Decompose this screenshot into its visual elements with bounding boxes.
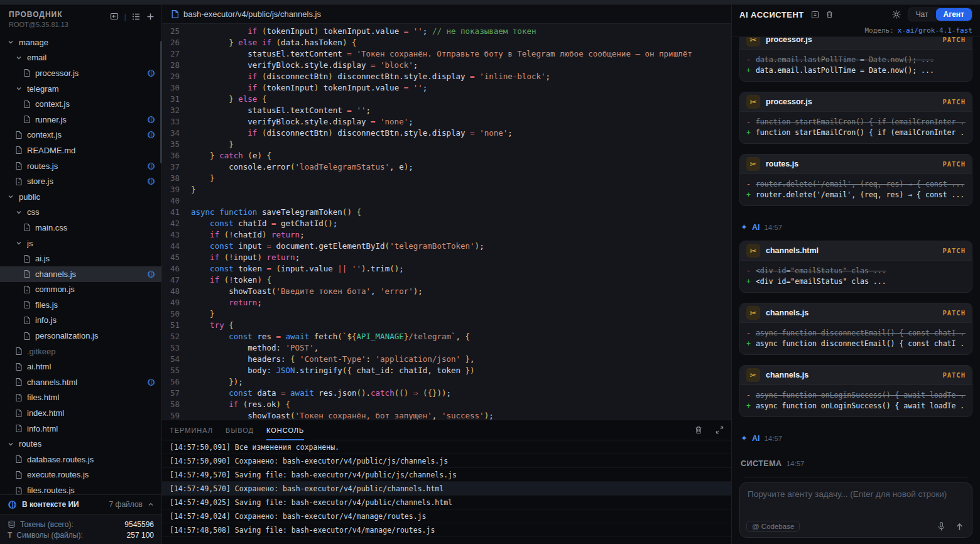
- tree-file-processor.js[interactable]: processor.js: [0, 65, 161, 81]
- code-line[interactable]: 32 statusEl.textContent = '';: [162, 105, 731, 116]
- code-line[interactable]: 38 }: [162, 173, 731, 184]
- tree-file-ai.html[interactable]: ai.html: [0, 359, 161, 374]
- tree-file-.gitkeep[interactable]: .gitkeep: [0, 344, 161, 359]
- tree-file-index.html[interactable]: index.html: [0, 405, 161, 421]
- patch-card-channels.js[interactable]: ✂channels.jsPATCH-async function onLogin…: [739, 365, 972, 417]
- console-line[interactable]: [14:57:49,570] Сохранено: bash-executor/…: [162, 482, 731, 496]
- tree-file-runner.js[interactable]: runner.js: [0, 112, 161, 128]
- microphone-icon[interactable]: [937, 521, 946, 531]
- expand-panel-icon[interactable]: [716, 426, 724, 434]
- code-line[interactable]: 36 } catch (e) {: [162, 150, 731, 161]
- tree-file-files.routes.js[interactable]: files.routes.js: [0, 482, 161, 494]
- code-line[interactable]: 41async function saveTelegramToken() {: [162, 207, 731, 218]
- code-line[interactable]: 39}: [162, 184, 731, 195]
- code-line[interactable]: 28 verifyBlock.style.display = 'block';: [162, 60, 731, 71]
- clear-console-icon[interactable]: [694, 425, 703, 435]
- code-line[interactable]: 46 const token = (input.value || '').tri…: [162, 263, 731, 275]
- console-line[interactable]: [14:57:50,090] Сохранено: bash-executor/…: [162, 454, 731, 468]
- code-line[interactable]: 59 showToast('Токен сохранён, бот запуще…: [162, 410, 731, 420]
- tree-folder-telegram[interactable]: telegram: [0, 81, 161, 97]
- code-line[interactable]: 50 }: [162, 308, 731, 320]
- code-line[interactable]: 37 console.error('loadTelegramStatus', e…: [162, 161, 731, 173]
- tree-file-context.js[interactable]: context.js: [0, 128, 161, 143]
- code-line[interactable]: 35 }: [162, 139, 731, 150]
- code-line[interactable]: 34 if (disconnectBtn) disconnectBtn.styl…: [162, 128, 731, 139]
- chevron-up-icon[interactable]: [148, 501, 154, 508]
- code-line[interactable]: 45 if (!input) return;: [162, 252, 731, 263]
- code-line[interactable]: 56 });: [162, 376, 731, 388]
- tree-file-files.html[interactable]: files.html: [0, 390, 161, 406]
- code-line[interactable]: 30 if (tokenInput) tokenInput.value = ''…: [162, 82, 731, 94]
- tree-folder-css[interactable]: css: [0, 205, 161, 220]
- patch-card-processor.js[interactable]: ✂processor.jsPATCH-data.email.lastPollTi…: [739, 36, 972, 82]
- tree-file-database.routes.js[interactable]: database.routes.js: [0, 452, 161, 467]
- mode-chat-button[interactable]: Чат: [908, 8, 936, 21]
- tree-folder-email[interactable]: email: [0, 50, 161, 66]
- tree-file-execute.routes.js[interactable]: execute.routes.js: [0, 467, 161, 483]
- codebase-chip[interactable]: @ Codebase: [746, 521, 800, 532]
- terminal-tab-ВЫВОД[interactable]: ВЫВОД: [226, 420, 254, 440]
- code-line[interactable]: 54 headers: { 'Content-Type': 'applicati…: [162, 354, 731, 365]
- console-line[interactable]: [14:57:49,025] Saving file: bash-executo…: [162, 496, 731, 509]
- code-line[interactable]: 47 if (!token) {: [162, 275, 731, 286]
- chat-messages[interactable]: ✂processor.jsPATCH-data.email.lastPollTi…: [732, 36, 980, 477]
- code-line[interactable]: 40: [162, 195, 731, 207]
- tree-file-store.js[interactable]: store.js: [0, 173, 161, 189]
- code-line[interactable]: 29 if (disconnectBtn) disconnectBtn.styl…: [162, 71, 731, 82]
- send-icon[interactable]: [955, 522, 964, 531]
- tree-file-README.md[interactable]: README.md: [0, 143, 161, 158]
- patch-card-channels.html[interactable]: ✂channels.htmlPATCH-<div id="emailStatus…: [739, 241, 972, 293]
- code-line[interactable]: 25 if (tokenInput) tokenInput.value = ''…: [162, 26, 731, 37]
- model-value[interactable]: x-ai/grok-4.1-fast: [898, 26, 972, 35]
- terminal-tab-ТЕРМИНАЛ[interactable]: ТЕРМИНАЛ: [170, 420, 213, 440]
- patch-card-channels.js[interactable]: ✂channels.jsPATCH-async function disconn…: [739, 303, 972, 355]
- tree-folder-public[interactable]: public: [0, 189, 161, 205]
- new-file-icon[interactable]: [146, 12, 155, 21]
- code-line[interactable]: 51 try {: [162, 320, 731, 331]
- clear-chat-icon[interactable]: [825, 10, 834, 19]
- tree-file-info.html[interactable]: info.html: [0, 421, 161, 437]
- sidebar-scrollbar[interactable]: [160, 41, 162, 163]
- tree-folder-manage[interactable]: manage: [0, 35, 161, 50]
- history-scroll-icon[interactable]: [810, 10, 819, 19]
- code-line[interactable]: 48 showToast('Введите токен бота', 'erro…: [162, 286, 731, 297]
- list-view-icon[interactable]: [131, 12, 141, 21]
- code-line[interactable]: 53 method: 'POST',: [162, 342, 731, 354]
- code-editor[interactable]: 25 if (tokenInput) tokenInput.value = ''…: [162, 24, 731, 420]
- tree-folder-js[interactable]: js: [0, 236, 161, 251]
- code-line[interactable]: 55 body: JSON.stringify({ chat_id: chatI…: [162, 365, 731, 376]
- code-line[interactable]: 57 const data = await res.json().catch((…: [162, 388, 731, 399]
- collapse-folders-icon[interactable]: [109, 11, 119, 21]
- tree-file-channels.js[interactable]: channels.js: [0, 266, 161, 282]
- tree-file-ai.js[interactable]: ai.js: [0, 251, 161, 266]
- tree-file-main.css[interactable]: main.css: [0, 220, 161, 236]
- chat-input[interactable]: [748, 489, 964, 516]
- tree-folder-routes[interactable]: routes: [0, 436, 161, 452]
- console-line[interactable]: [14:57:49,024] Сохранено: bash-executor/…: [162, 509, 731, 523]
- tree-file-channels.html[interactable]: channels.html: [0, 374, 161, 390]
- tree-file-files.js[interactable]: files.js: [0, 297, 161, 313]
- console-output[interactable]: [14:57:50,091] Все изменения сохранены.[…: [162, 440, 731, 544]
- settings-gear-icon[interactable]: [891, 9, 901, 19]
- code-line[interactable]: 49 return;: [162, 297, 731, 308]
- code-line[interactable]: 44 const input = document.getElementById…: [162, 241, 731, 252]
- tree-file-context.js[interactable]: context.js: [0, 96, 161, 112]
- code-line[interactable]: 43 if (!chatId) return;: [162, 229, 731, 241]
- code-line[interactable]: 27 statusEl.textContent = 'Токен сохранё…: [162, 48, 731, 60]
- code-line[interactable]: 33 verifyBlock.style.display = 'none';: [162, 116, 731, 128]
- console-line[interactable]: [14:57:50,091] Все изменения сохранены.: [162, 440, 731, 454]
- tree-file-info.js[interactable]: info.js: [0, 313, 161, 329]
- patch-card-processor.js[interactable]: ✂processor.jsPATCH-function startEmailCr…: [739, 92, 972, 144]
- console-line[interactable]: [14:57:49,570] Saving file: bash-executo…: [162, 468, 731, 482]
- tree-file-personalization.js[interactable]: personalization.js: [0, 328, 161, 344]
- tree-file-common.js[interactable]: common.js: [0, 282, 161, 298]
- code-line[interactable]: 31 } else {: [162, 94, 731, 105]
- code-line[interactable]: 26 } else if (data.hasToken) {: [162, 37, 731, 48]
- console-line[interactable]: [14:57:48,508] Saving file: bash-executo…: [162, 523, 731, 537]
- editor-tab[interactable]: bash-executor/v4/public/js/channels.js: [162, 5, 731, 24]
- ai-context-row[interactable]: В контексте ИИ 7 файлов: [0, 495, 161, 514]
- patch-card-routes.js[interactable]: ✂routes.jsPATCH-router.delete('/email', …: [739, 154, 972, 206]
- code-line[interactable]: 52 const res = await fetch(`${API_MANAGE…: [162, 331, 731, 342]
- code-line[interactable]: 58 if (res.ok) {: [162, 399, 731, 410]
- tree-file-routes.js[interactable]: routes.js: [0, 158, 161, 174]
